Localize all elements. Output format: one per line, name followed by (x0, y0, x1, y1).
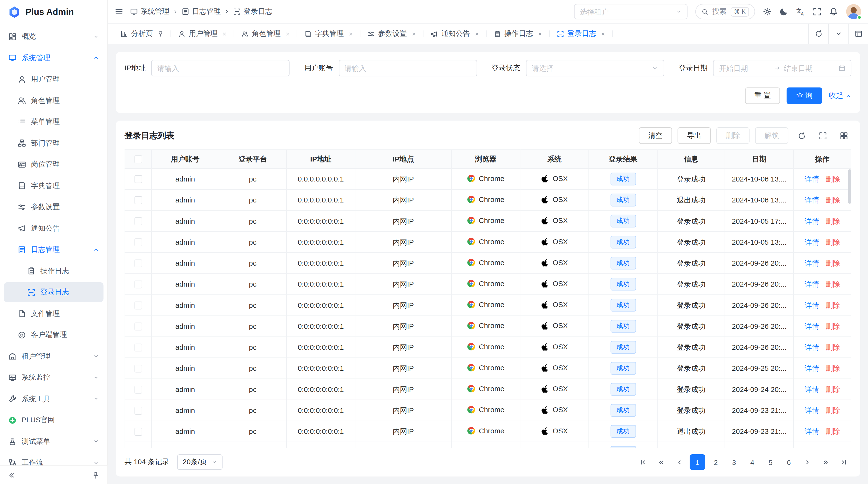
row-checkbox[interactable] (134, 281, 142, 289)
refresh-page-button[interactable] (808, 24, 828, 44)
delete-link[interactable]: 删除 (826, 174, 840, 183)
row-checkbox[interactable] (134, 344, 142, 351)
query-button[interactable]: 查 询 (787, 88, 822, 104)
delete-link[interactable]: 删除 (826, 196, 840, 204)
delete-link[interactable]: 删除 (826, 217, 840, 225)
delete-link[interactable]: 删除 (826, 322, 840, 330)
page-2-button[interactable]: 2 (708, 454, 723, 470)
select-all-checkbox[interactable] (134, 156, 142, 163)
sidebar-item-log-mgmt[interactable]: 日志管理 (4, 239, 103, 260)
detail-link[interactable]: 详情 (805, 427, 819, 435)
translate-icon[interactable]: 文A (796, 7, 805, 16)
table-scrollbar-thumb[interactable] (848, 169, 851, 204)
tab-role-mgmt[interactable]: 角色管理 (234, 24, 297, 44)
row-checkbox[interactable] (134, 175, 142, 183)
clear-button[interactable]: 清空 (639, 127, 672, 144)
detail-link[interactable]: 详情 (805, 280, 819, 288)
jump-back-button[interactable] (653, 454, 669, 470)
sidebar-item-workflow[interactable]: 工作流 (4, 453, 103, 465)
breadcrumb-item-system-mgmt[interactable]: 系统管理 (130, 7, 169, 17)
detail-link[interactable]: 详情 (805, 364, 819, 372)
status-select[interactable] (526, 60, 664, 76)
date-range-picker[interactable] (713, 60, 851, 76)
tab-user-mgmt[interactable]: 用户管理 (171, 24, 234, 44)
breadcrumb-item-login-log[interactable]: 登录日志 (233, 7, 273, 17)
prev-page-button[interactable] (672, 454, 687, 470)
close-tab-icon[interactable] (285, 31, 290, 36)
page-size-select[interactable]: 20条/页 (177, 454, 222, 470)
row-checkbox[interactable] (134, 323, 142, 330)
fullscreen-icon[interactable] (812, 7, 822, 16)
delete-link[interactable]: 删除 (826, 385, 840, 393)
delete-button[interactable]: 删除 (716, 127, 750, 144)
delete-link[interactable]: 删除 (826, 280, 840, 288)
pin-tab-icon[interactable] (157, 30, 164, 37)
detail-link[interactable]: 详情 (805, 259, 819, 267)
notifications-bell-icon[interactable] (829, 7, 838, 16)
page-6-button[interactable]: 6 (781, 454, 797, 470)
sidebar-item-user-mgmt[interactable]: 用户管理 (4, 69, 103, 89)
close-tab-icon[interactable] (600, 31, 606, 36)
sidebar-item-test-menu[interactable]: 测试菜单 (4, 431, 103, 451)
sidebar-item-client-mgmt[interactable]: 客户端管理 (4, 325, 103, 345)
export-button[interactable]: 导出 (678, 127, 711, 144)
sidebar-item-overview[interactable]: 概览 (4, 27, 103, 46)
last-page-button[interactable] (836, 454, 851, 470)
row-checkbox[interactable] (134, 197, 142, 204)
dark-mode-moon-icon[interactable] (779, 7, 788, 16)
close-tab-icon[interactable] (222, 31, 227, 36)
date-end-input[interactable] (784, 64, 835, 72)
sidebar-item-system-tools[interactable]: 系统工具 (4, 389, 103, 409)
page-3-button[interactable]: 3 (726, 454, 742, 470)
delete-link[interactable]: 删除 (826, 259, 840, 267)
sidebar-item-notice[interactable]: 通知公告 (4, 218, 103, 238)
account-input[interactable] (345, 64, 471, 72)
delete-link[interactable]: 删除 (826, 427, 840, 435)
detail-link[interactable]: 详情 (805, 343, 819, 351)
sidebar-item-system-monitor[interactable]: 系统监控 (4, 367, 103, 387)
tenant-select-input[interactable] (580, 7, 672, 16)
status-select-input[interactable] (532, 64, 648, 72)
settings-gear-icon[interactable] (763, 7, 772, 16)
sidebar-item-param-settings[interactable]: 参数设置 (4, 197, 103, 217)
sidebar-item-role-mgmt[interactable]: 角色管理 (4, 90, 103, 110)
row-checkbox[interactable] (134, 407, 142, 415)
delete-link[interactable]: 删除 (826, 238, 840, 246)
detail-link[interactable]: 详情 (805, 385, 819, 393)
page-1-button[interactable]: 1 (690, 454, 705, 470)
page-4-button[interactable]: 4 (745, 454, 760, 470)
user-avatar[interactable] (846, 4, 861, 19)
delete-link[interactable]: 删除 (826, 406, 840, 414)
detail-link[interactable]: 详情 (805, 301, 819, 309)
close-tab-icon[interactable] (348, 31, 353, 36)
sidebar-item-tenant-mgmt[interactable]: 租户管理 (4, 346, 103, 366)
detail-link[interactable]: 详情 (805, 174, 819, 183)
delete-link[interactable]: 删除 (826, 364, 840, 372)
sidebar-item-menu-mgmt[interactable]: 菜单管理 (4, 112, 103, 132)
row-checkbox[interactable] (134, 218, 142, 225)
tab-analysis[interactable]: 分析页 (114, 24, 171, 44)
detail-link[interactable]: 详情 (805, 238, 819, 246)
sidebar-item-operation-log[interactable]: 操作日志 (4, 261, 103, 281)
row-checkbox[interactable] (134, 260, 142, 267)
reset-button[interactable]: 重 置 (745, 88, 780, 104)
sidebar-item-plus-site[interactable]: PLUS官网 (4, 410, 103, 430)
column-settings-button[interactable] (836, 128, 851, 143)
detail-link[interactable]: 详情 (805, 217, 819, 225)
tab-notice[interactable]: 通知公告 (424, 24, 487, 44)
tab-operation-log[interactable]: 操作日志 (487, 24, 550, 44)
row-checkbox[interactable] (134, 428, 142, 435)
breadcrumb-item-log-mgmt[interactable]: 日志管理 (182, 7, 221, 17)
pin-sidebar-button[interactable] (92, 471, 100, 479)
delete-link[interactable]: 删除 (826, 343, 840, 351)
sidebar-item-login-log[interactable]: 登录日志 (4, 282, 103, 302)
close-tab-icon[interactable] (474, 31, 479, 36)
sidebar-item-dept-mgmt[interactable]: 部门管理 (4, 133, 103, 153)
global-search-button[interactable]: 搜索 ⌘ K (695, 4, 755, 19)
table-fullscreen-button[interactable] (815, 128, 830, 143)
sidebar-item-file-mgmt[interactable]: 文件管理 (4, 303, 103, 323)
sidebar-item-system-mgmt[interactable]: 系统管理 (4, 48, 103, 68)
tab-login-log[interactable]: 登录日志 (550, 24, 613, 44)
layout-toggle-button[interactable] (848, 24, 868, 44)
jump-forward-button[interactable] (817, 454, 833, 470)
